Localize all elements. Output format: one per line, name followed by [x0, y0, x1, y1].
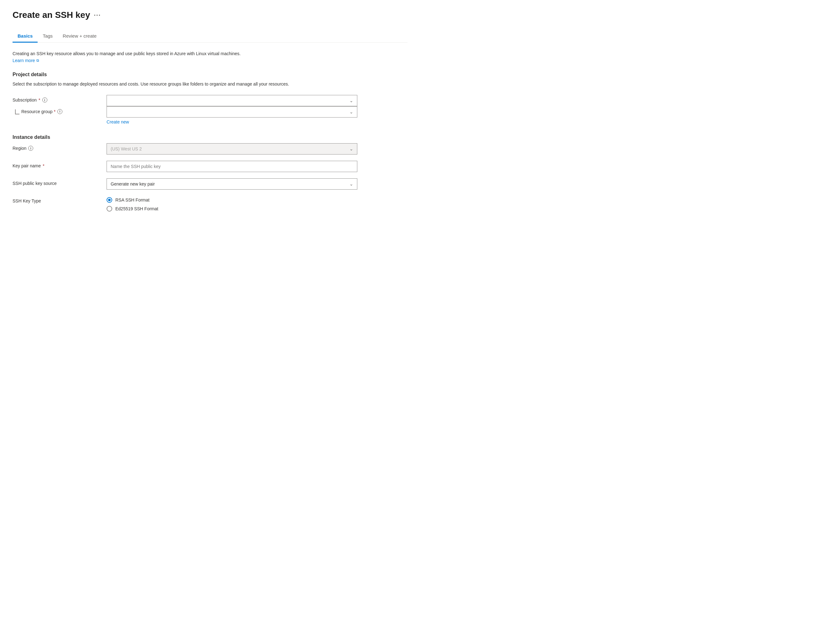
region-label-col: Region i: [12, 143, 100, 151]
tab-basics[interactable]: Basics: [12, 30, 38, 43]
resource-group-info-icon[interactable]: i: [57, 109, 62, 114]
resource-group-required-star: *: [54, 109, 56, 114]
resource-group-label-col: Resource group * i: [12, 106, 100, 114]
description-section: Creating an SSH key resource allows you …: [12, 50, 408, 64]
ssh-key-type-label: SSH Key Type: [12, 198, 41, 203]
resource-group-chevron-icon: ⌄: [349, 110, 353, 114]
key-pair-name-required-star: *: [43, 163, 44, 168]
region-control-col: (US) West US 2 ⌄: [107, 143, 357, 154]
subscription-label-col: Subscription * i: [12, 95, 100, 102]
resource-group-control-col: ⌄ Create new: [107, 106, 357, 124]
ssh-public-key-source-chevron-icon: ⌄: [349, 181, 353, 187]
external-link-icon: ⧉: [36, 58, 39, 63]
subscription-info-icon[interactable]: i: [42, 97, 47, 102]
ssh-public-key-source-value: Generate new key pair: [111, 181, 155, 187]
region-chevron-icon: ⌄: [349, 146, 353, 151]
key-pair-name-row: Key pair name *: [12, 161, 408, 172]
learn-more-link[interactable]: Learn more ⧉: [12, 57, 39, 64]
region-label: Region: [12, 146, 26, 151]
region-dropdown[interactable]: (US) West US 2 ⌄: [107, 143, 357, 154]
key-pair-name-label-col: Key pair name *: [12, 161, 100, 168]
subscription-dropdown[interactable]: ⌄: [107, 95, 357, 106]
region-row: Region i (US) West US 2 ⌄: [12, 143, 408, 154]
key-pair-name-input[interactable]: [107, 161, 357, 172]
ssh-public-key-source-control-col: Generate new key pair ⌄: [107, 178, 357, 190]
more-options-button[interactable]: ···: [94, 12, 101, 19]
ssh-public-key-source-label: SSH public key source: [12, 181, 57, 186]
ssh-public-key-source-label-col: SSH public key source: [12, 178, 100, 186]
tab-review-create[interactable]: Review + create: [58, 30, 102, 43]
ssh-key-type-control-col: RSA SSH Format Ed25519 SSH Format: [107, 196, 357, 212]
radio-inner-rsa: [108, 199, 111, 201]
resource-group-dropdown[interactable]: ⌄: [107, 106, 357, 117]
radio-circle-ed25519: [107, 206, 112, 212]
radio-option-rsa[interactable]: RSA SSH Format: [107, 197, 357, 203]
description-text: Creating an SSH key resource allows you …: [12, 50, 408, 57]
key-pair-name-label: Key pair name: [12, 163, 41, 168]
create-new-link[interactable]: Create new: [107, 119, 129, 124]
subscription-required-star: *: [39, 97, 40, 102]
project-details-section: Project details Select the subscription …: [12, 72, 408, 124]
instance-details-section: Instance details Region i (US) West US 2…: [12, 134, 408, 212]
project-details-title: Project details: [12, 72, 408, 77]
ssh-key-type-radio-group: RSA SSH Format Ed25519 SSH Format: [107, 196, 357, 212]
ssh-key-type-label-col: SSH Key Type: [12, 196, 100, 203]
radio-option-ed25519[interactable]: Ed25519 SSH Format: [107, 206, 357, 212]
ssh-public-key-source-row: SSH public key source Generate new key p…: [12, 178, 408, 190]
resource-group-row: Resource group * i ⌄ Create new: [12, 106, 408, 124]
subscription-control-col: ⌄: [107, 95, 357, 106]
instance-details-title: Instance details: [12, 134, 408, 140]
region-info-icon[interactable]: i: [28, 146, 33, 151]
project-details-description: Select the subscription to manage deploy…: [12, 80, 408, 87]
radio-label-rsa: RSA SSH Format: [115, 198, 150, 202]
key-pair-name-control-col: [107, 161, 357, 172]
learn-more-label: Learn more: [12, 57, 35, 64]
subscription-chevron-icon: ⌄: [349, 98, 353, 103]
ssh-public-key-source-dropdown[interactable]: Generate new key pair ⌄: [107, 178, 357, 190]
page-title: Create an SSH key: [12, 10, 90, 20]
ssh-key-type-row: SSH Key Type RSA SSH Format Ed25519 SSH …: [12, 196, 408, 212]
resource-group-label: Resource group: [21, 109, 52, 114]
subscription-label: Subscription: [12, 97, 37, 102]
subscription-row: Subscription * i ⌄: [12, 95, 408, 106]
page-title-row: Create an SSH key ···: [12, 10, 408, 20]
page-container: Create an SSH key ··· Basics Tags Review…: [12, 10, 408, 212]
region-value: (US) West US 2: [111, 146, 142, 151]
radio-label-ed25519: Ed25519 SSH Format: [115, 206, 158, 211]
tab-tags[interactable]: Tags: [38, 30, 58, 43]
radio-circle-rsa: [107, 197, 112, 203]
tabs-row: Basics Tags Review + create: [12, 30, 408, 43]
